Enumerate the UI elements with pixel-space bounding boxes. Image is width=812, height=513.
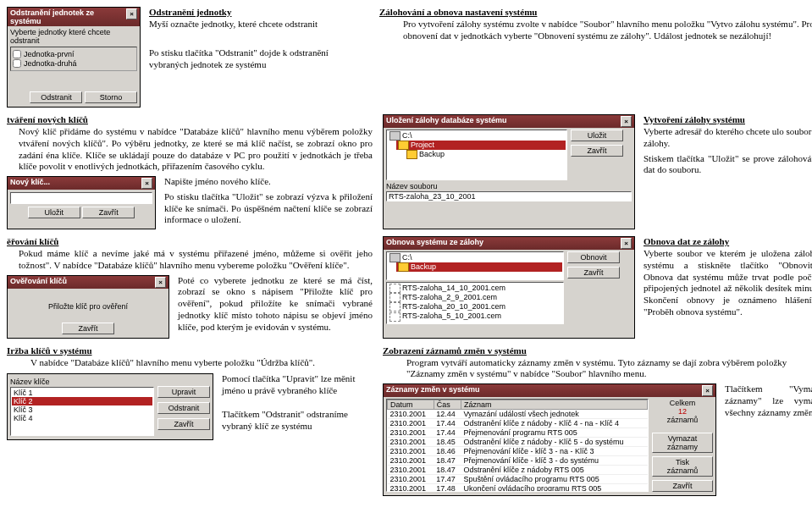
win-title: Obnova systému ze zálohy xyxy=(386,238,483,249)
file-item[interactable]: RTS-zaloha_14_10_2001.cem xyxy=(388,284,562,293)
file-item[interactable]: RTS-zaloha_2_9_2001.cem xyxy=(388,293,562,302)
heading: tváření nových klíčů xyxy=(7,114,373,124)
save-button[interactable]: Uložit xyxy=(28,207,80,218)
close-button[interactable]: Zavřít xyxy=(571,145,623,157)
key-name-input[interactable] xyxy=(10,192,152,204)
para: Tlačítkem "Odstranit" odstraníme vybraný… xyxy=(222,409,373,433)
log-window: Záznamy změn v systému× DatumČasZáznam 2… xyxy=(383,383,716,496)
file-icon xyxy=(389,302,400,312)
heading: Iržba klíčů v systému xyxy=(7,345,373,356)
tree-node[interactable]: C:\ xyxy=(388,253,562,262)
close-button[interactable]: Zavřít xyxy=(652,480,713,492)
log-row[interactable]: 2310.200117.47Spuštění ovládacího progra… xyxy=(388,475,648,484)
heading: Zálohování a obnova nastavení systému xyxy=(379,7,812,17)
close-button[interactable]: Zavřít xyxy=(62,323,114,334)
close-button[interactable]: Zavřít xyxy=(82,207,135,218)
remove-units-window: Odstranění jednotek ze systému× Vyberte … xyxy=(7,7,141,108)
key-item[interactable]: Klíč 1 xyxy=(12,389,152,397)
log-row[interactable]: 2310.200117.44Odstranění klíče z nádoby … xyxy=(388,419,648,428)
para: Po stisku tlačítka "Odstranit" dojde k o… xyxy=(149,47,369,71)
para: Pro vytvoření zálohy systému zvolte v na… xyxy=(403,19,812,42)
log-row[interactable]: 2310.200112.44Vymazání událostí všech je… xyxy=(388,410,648,419)
win-title: Ověřování klíčů xyxy=(10,277,67,288)
para: Pokud máme klíč a nevíme jaké má v systé… xyxy=(19,248,373,272)
para: V nabídce "Databáze klíčů" hlavního menu… xyxy=(30,357,373,369)
file-item[interactable]: RTS-zaloha_5_10_2001.cem xyxy=(388,312,562,321)
restore-button[interactable]: Obnovit xyxy=(567,251,620,263)
heading: Vytvoření zálohy systému xyxy=(644,114,812,124)
para: Nový klíč přidáme do systému v nabídce "… xyxy=(19,126,373,173)
close-icon[interactable]: × xyxy=(702,385,713,396)
log-table: DatumČasZáznam 2310.200112.44Vymazání ud… xyxy=(387,400,648,492)
drive-icon xyxy=(389,253,400,262)
heading: Obnova dat ze zálohy xyxy=(644,236,812,246)
log-row[interactable]: 2310.200118.47Odstranění klíče z nádoby … xyxy=(388,466,648,475)
unit-row[interactable]: Jednotka-druhá xyxy=(13,59,135,68)
key-maintenance-window: Název klíče Klíč 1 Klíč 2 Klíč 3 Klíč 4 … xyxy=(7,373,213,440)
edit-button[interactable]: Upravit xyxy=(157,386,210,398)
tree-node[interactable]: Backup xyxy=(396,262,562,272)
close-icon[interactable]: × xyxy=(141,178,152,189)
para: Stiskem tlačítka "Uložit" se prove záloh… xyxy=(644,153,812,177)
key-item[interactable]: Klíč 2 xyxy=(12,397,152,405)
remove-button[interactable]: Odstranit xyxy=(157,402,210,414)
key-item[interactable]: Klíč 3 xyxy=(12,405,152,414)
close-icon[interactable]: × xyxy=(126,8,137,19)
tree-node[interactable]: C:\ xyxy=(388,131,566,141)
folder-icon xyxy=(398,262,409,272)
log-row[interactable]: 2310.200118.47Přejmenování klíče - klíč … xyxy=(388,456,648,466)
para: Pomocí tlačítka "Upravit" lze měnit jmén… xyxy=(222,373,373,397)
tree-node[interactable]: Project xyxy=(396,141,566,150)
folder-icon xyxy=(398,141,409,150)
close-icon[interactable]: × xyxy=(621,238,632,249)
label: Název klíče xyxy=(10,378,50,386)
para: Vyberte soubor ve kterém je uložena zálo… xyxy=(644,248,812,318)
save-backup-window: Uložení zálohy databáze systému× C:\ Pro… xyxy=(383,114,635,229)
file-icon xyxy=(389,293,400,302)
restore-window: Obnova systému ze zálohy× C:\ Backup RTS… xyxy=(383,236,635,339)
heading: Zobrazení záznamů změn v systému xyxy=(383,345,812,356)
label: záznamů xyxy=(652,416,713,424)
para: Tlačítkem "Vymaz záznamy" lze vymaz všec… xyxy=(725,383,812,418)
clear-log-button[interactable]: Vymazat záznamy xyxy=(652,433,713,453)
close-icon[interactable]: × xyxy=(621,116,632,127)
win-title: Záznamy změn v systému xyxy=(386,385,480,396)
close-icon[interactable]: × xyxy=(155,277,166,288)
unit-row[interactable]: Jednotka-první xyxy=(13,50,135,58)
total-count: 12 xyxy=(652,407,713,416)
para: Program vytváří automaticky záznamy změn… xyxy=(406,357,812,381)
close-button[interactable]: Zavřít xyxy=(567,267,620,279)
win-title: Uložení zálohy databáze systému xyxy=(386,116,507,127)
remove-button[interactable]: Odstranit xyxy=(30,91,82,103)
log-row[interactable]: 2310.200118.46Přejmenování klíče - klíč … xyxy=(388,447,648,456)
heading: ěřování klíčů xyxy=(7,236,373,246)
label: Název souboru xyxy=(386,182,438,190)
log-row[interactable]: 2310.200117.48Ukončení ovládacího progra… xyxy=(388,484,648,493)
file-item[interactable]: RTS-zaloha_20_10_2001.cem xyxy=(388,302,562,312)
print-log-button[interactable]: Tisk záznamů xyxy=(652,456,713,477)
log-row[interactable]: 2310.200117.44Přejmenování programu RTS … xyxy=(388,428,648,438)
file-icon xyxy=(389,284,400,293)
heading: Odstranění jednotky xyxy=(149,7,369,17)
key-item[interactable]: Klíč 4 xyxy=(12,414,152,422)
para: Napište jméno nového klíče. xyxy=(164,176,373,188)
save-button[interactable]: Uložit xyxy=(571,130,623,141)
para: Myší označte jednotky, které chcete odst… xyxy=(149,19,369,30)
filename-input[interactable]: RTS-zaloha_23_10_2001 xyxy=(386,191,632,201)
verify-key-window: Ověřování klíčů× Přiložte klíč pro ověře… xyxy=(7,275,169,339)
para: Poté co vyberete jednotku ze které se má… xyxy=(178,275,373,335)
folder-icon xyxy=(406,150,417,159)
win-title: Nový klíč... xyxy=(10,178,50,189)
tree-node[interactable]: Backup xyxy=(405,150,566,159)
para: Po stisku tlačítka "Uložit" se zobrazí v… xyxy=(164,191,373,226)
para: Vyberte adresář do kterého chcete ulo so… xyxy=(644,126,812,150)
cancel-button[interactable]: Storno xyxy=(85,91,137,103)
drive-icon xyxy=(389,131,400,141)
close-button[interactable]: Zavřít xyxy=(157,418,210,430)
hint: Přiložte klíč pro ověření xyxy=(10,302,166,311)
hint: Vyberte jednotky které chcete odstranit xyxy=(10,28,110,45)
new-key-window: Nový klíč...× Uložit Zavřít xyxy=(7,176,156,229)
file-icon xyxy=(389,312,400,322)
label: Celkem xyxy=(652,399,713,407)
log-row[interactable]: 2310.200118.45Odstranění klíče z nádoby … xyxy=(388,438,648,447)
